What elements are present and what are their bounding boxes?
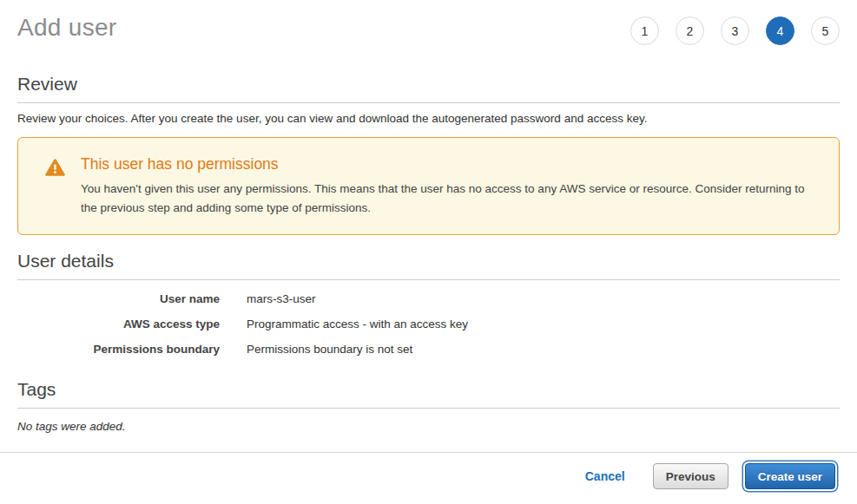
tags-heading: Tags bbox=[17, 379, 840, 409]
detail-label: Permissions boundary bbox=[17, 343, 220, 356]
detail-row-access-type: AWS access type Programmatic access - wi… bbox=[17, 311, 840, 337]
detail-label: User name bbox=[17, 292, 220, 305]
add-user-wizard-page: Add user 1 2 3 4 5 Review Review your ch… bbox=[0, 0, 857, 433]
no-permissions-warning-banner: This user has no permissions You haven't… bbox=[17, 137, 840, 235]
wizard-step-1: 1 bbox=[630, 16, 659, 45]
wizard-step-2: 2 bbox=[676, 16, 704, 45]
warning-body: You haven't given this user any permissi… bbox=[81, 180, 818, 218]
user-details-rows: User name mars-s3-user AWS access type P… bbox=[17, 286, 840, 362]
user-details-heading: User details bbox=[17, 251, 840, 280]
create-user-button[interactable]: Create user bbox=[745, 463, 835, 489]
user-details-section: User details User name mars-s3-user AWS … bbox=[17, 251, 840, 362]
review-heading: Review bbox=[17, 74, 840, 103]
detail-value: Programmatic access - with an access key bbox=[247, 317, 468, 331]
wizard-step-4-active: 4 bbox=[766, 16, 794, 45]
detail-row-permissions-boundary: Permissions boundary Permissions boundar… bbox=[17, 337, 840, 362]
review-section: Review Review your choices. After you cr… bbox=[17, 74, 840, 125]
warning-triangle-icon bbox=[45, 155, 81, 218]
detail-label: AWS access type bbox=[17, 317, 220, 331]
cancel-link[interactable]: Cancel bbox=[585, 469, 625, 483]
wizard-header: Add user 1 2 3 4 5 bbox=[17, 0, 840, 45]
review-description: Review your choices. After you create th… bbox=[17, 112, 840, 125]
wizard-step-3: 3 bbox=[721, 16, 749, 45]
warning-content: This user has no permissions You haven't… bbox=[81, 155, 818, 218]
tags-section: Tags No tags were added. bbox=[17, 379, 840, 433]
previous-button[interactable]: Previous bbox=[653, 463, 728, 489]
detail-value: mars-s3-user bbox=[247, 292, 316, 305]
wizard-footer: Cancel Previous Create user bbox=[0, 452, 857, 489]
warning-title: This user has no permissions bbox=[81, 155, 818, 173]
page-title: Add user bbox=[17, 14, 116, 42]
detail-value: Permissions boundary is not set bbox=[247, 343, 412, 356]
wizard-step-5: 5 bbox=[811, 16, 840, 45]
wizard-step-indicator: 1 2 3 4 5 bbox=[630, 14, 840, 45]
detail-row-user-name: User name mars-s3-user bbox=[17, 286, 840, 311]
tags-empty-message: No tags were added. bbox=[17, 420, 840, 433]
